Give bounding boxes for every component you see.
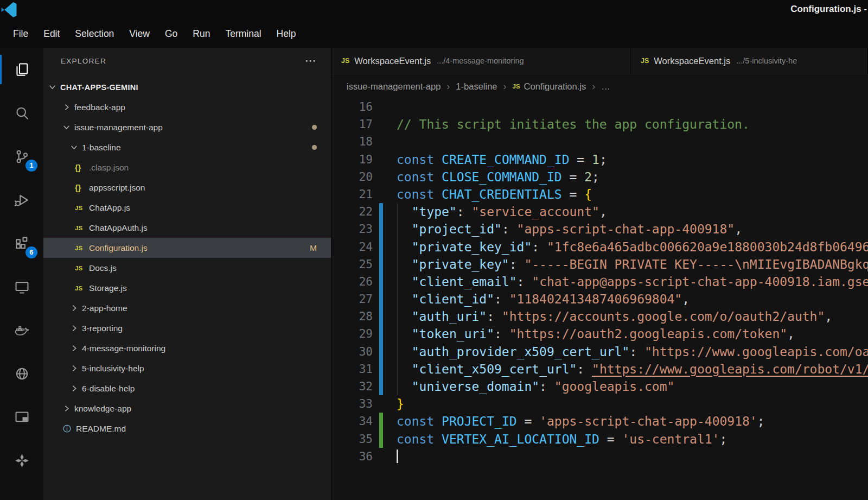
tab-bar: JSWorkspaceEvent.js.../4-message-monitor…	[331, 48, 868, 74]
chevron-down-icon	[48, 83, 59, 92]
code-line-24[interactable]: 24 "private_key_id": "1fc8e6a465adbc0066…	[331, 238, 868, 256]
code-line-23[interactable]: 23 "project_id": "apps-script-chat-app-4…	[331, 220, 868, 238]
code-line-18[interactable]: 18	[331, 133, 868, 150]
code-token	[397, 205, 412, 219]
editor-tab-2[interactable]: JSWorkspaceEvent.js.../5-inclusivity-he	[631, 48, 868, 74]
line-number: 31	[331, 360, 373, 378]
menu-run[interactable]: Run	[185, 24, 218, 43]
editor-tab-1[interactable]: JSWorkspaceEvent.js.../4-message-monitor…	[331, 48, 631, 74]
run-and-debug-button[interactable]	[0, 178, 43, 221]
tree-item-2-app-home[interactable]: 2-app-home	[43, 298, 331, 318]
tree-item-knowledge-app[interactable]: knowledge-app	[43, 398, 331, 419]
code-line-21[interactable]: 21const CHAT_CREDENTIALS = {	[331, 186, 868, 203]
tree-item-appsscript-json[interactable]: {}appsscript.json	[43, 178, 331, 198]
code-token: "https://www.googleapis.com/oauth2/v1/ce…	[644, 345, 868, 359]
search-button[interactable]	[0, 91, 43, 135]
code-editor[interactable]: 1617// This script initiates the app con…	[331, 98, 868, 500]
item-label: 4-message-monitoring	[82, 344, 165, 353]
code-line-19[interactable]: 19const CREATE_COMMAND_ID = 1;	[331, 151, 868, 168]
monitor-icon	[14, 279, 30, 295]
menu-go[interactable]: Go	[157, 24, 185, 43]
breadcrumb-item-1-baseline[interactable]: 1-baseline	[456, 81, 497, 92]
breadcrumb-label: 1-baseline	[456, 81, 497, 92]
gutter	[379, 98, 383, 116]
extensions-button[interactable]: 6	[0, 221, 43, 265]
js-file-icon: JS	[513, 83, 520, 90]
code-text: const CREATE_COMMAND_ID = 1;	[397, 151, 868, 168]
tree-item-configuration-js[interactable]: JSConfiguration.jsM	[43, 238, 331, 258]
add-gutter-indicator	[379, 413, 383, 430]
gemini-code-assist-button[interactable]	[0, 439, 43, 482]
remote-explorer-button[interactable]	[0, 265, 43, 308]
tree-item-issue-management-app[interactable]: issue-management-app	[43, 117, 331, 137]
layout-icon	[14, 409, 30, 426]
code-token: "118402413487406969804"	[509, 292, 682, 306]
code-token: ,	[735, 222, 742, 236]
item-label: README.md	[76, 424, 126, 434]
menu-file[interactable]: File	[5, 24, 36, 43]
tree-item-clasp-json[interactable]: {}.clasp.json	[43, 157, 331, 178]
menu-view[interactable]: View	[122, 24, 157, 43]
explorer-sidebar: EXPLORER ⋯ CHAT-APPS-GEMINIfeedback-appi…	[43, 48, 331, 500]
tree-item-3-reporting[interactable]: 3-reporting	[43, 318, 331, 338]
code-line-33[interactable]: 33}	[331, 395, 868, 413]
github-button[interactable]	[0, 352, 43, 395]
tree-root-folder[interactable]: CHAT-APPS-GEMINI	[43, 77, 331, 97]
tree-item-feedback-app[interactable]: feedback-app	[43, 97, 331, 117]
more-actions-icon[interactable]: ⋯	[305, 54, 317, 67]
code-line-29[interactable]: 29 "token_uri": "https://oauth2.googleap…	[331, 325, 868, 343]
code-token	[397, 292, 412, 306]
live-preview-button[interactable]	[0, 395, 43, 439]
code-line-30[interactable]: 30 "auth_provider_x509_cert_url": "https…	[331, 343, 868, 360]
explorer-button[interactable]	[0, 48, 43, 91]
code-token: PROJECT_ID	[442, 414, 516, 428]
code-line-16[interactable]: 16	[331, 98, 868, 116]
code-line-25[interactable]: 25 "private_key": "-----BEGIN PRIVATE KE…	[331, 256, 868, 273]
menu-edit[interactable]: Edit	[36, 24, 67, 43]
code-line-17[interactable]: 17// This script initiates the app confi…	[331, 116, 868, 133]
docker-icon	[14, 322, 30, 339]
item-label: .clasp.json	[89, 163, 129, 173]
tree-item-4-message-monitoring[interactable]: 4-message-monitoring	[43, 338, 331, 358]
tree-item-storage-js[interactable]: JSStorage.js	[43, 278, 331, 298]
tree-item-chatappauth-js[interactable]: JSChatAppAuth.js	[43, 218, 331, 238]
code-text	[397, 448, 868, 465]
menu-help[interactable]: Help	[269, 24, 304, 43]
code-line-26[interactable]: 26 "client_email": "chat-app@apps-script…	[331, 273, 868, 290]
code-line-20[interactable]: 20const CLOSE_COMMAND_ID = 2;	[331, 168, 868, 186]
tree-item-5-inclusivity-help[interactable]: 5-inclusivity-help	[43, 358, 331, 378]
menu-terminal[interactable]: Terminal	[218, 24, 269, 43]
code-token: "chat-app@apps-script-chat-app-400918.ia…	[532, 275, 868, 289]
code-token: "-----BEGIN PRIVATE KEY-----\nMIIEvgIBAD…	[524, 257, 868, 271]
code-line-36[interactable]: 36	[331, 448, 868, 465]
code-line-28[interactable]: 28 "auth_uri": "https://accounts.google.…	[331, 308, 868, 325]
code-token: "project_id"	[412, 222, 502, 236]
code-token	[397, 327, 412, 341]
code-line-35[interactable]: 35const VERTEX_AI_LOCATION_ID = 'us-cent…	[331, 431, 868, 448]
code-line-22[interactable]: 22 "type": "service_account",	[331, 203, 868, 220]
gutter	[379, 186, 383, 203]
breadcrumb-item-issue-management-app[interactable]: issue-management-app	[347, 81, 441, 92]
tree-item-1-baseline[interactable]: 1-baseline	[43, 137, 331, 157]
modified-dot	[312, 145, 317, 150]
tree-item-6-disable-help[interactable]: 6-disable-help	[43, 378, 331, 398]
breadcrumb-item-configuration-js[interactable]: JSConfiguration.js	[513, 81, 586, 92]
source-control-button[interactable]: 1	[0, 135, 43, 178]
code-token: :	[629, 345, 644, 359]
code-line-34[interactable]: 34const PROJECT_ID = 'apps-script-chat-a…	[331, 413, 868, 430]
code-line-31[interactable]: 31 "client_x509_cert_url": "https://www.…	[331, 360, 868, 378]
code-token: ;	[719, 432, 727, 446]
tree-item-docs-js[interactable]: JSDocs.js	[43, 258, 331, 278]
code-line-27[interactable]: 27 "client_id": "118402413487406969804",	[331, 290, 868, 308]
menu-selection[interactable]: Selection	[67, 24, 122, 43]
code-token: "client_email"	[412, 275, 517, 289]
code-line-32[interactable]: 32 "universe_domain": "googleapis.com"	[331, 378, 868, 395]
title-bar: Configuration.js -	[0, 0, 868, 20]
tree-item-readme-md[interactable]: README.md	[43, 419, 331, 439]
tree-item-chatapp-js[interactable]: JSChatApp.js	[43, 198, 331, 218]
code-token: CLOSE_COMMAND_ID	[442, 170, 562, 184]
docker-button[interactable]	[0, 308, 43, 352]
code-token: :	[457, 205, 472, 219]
code-text	[397, 133, 868, 150]
breadcrumb-item-[interactable]: …	[601, 81, 610, 92]
